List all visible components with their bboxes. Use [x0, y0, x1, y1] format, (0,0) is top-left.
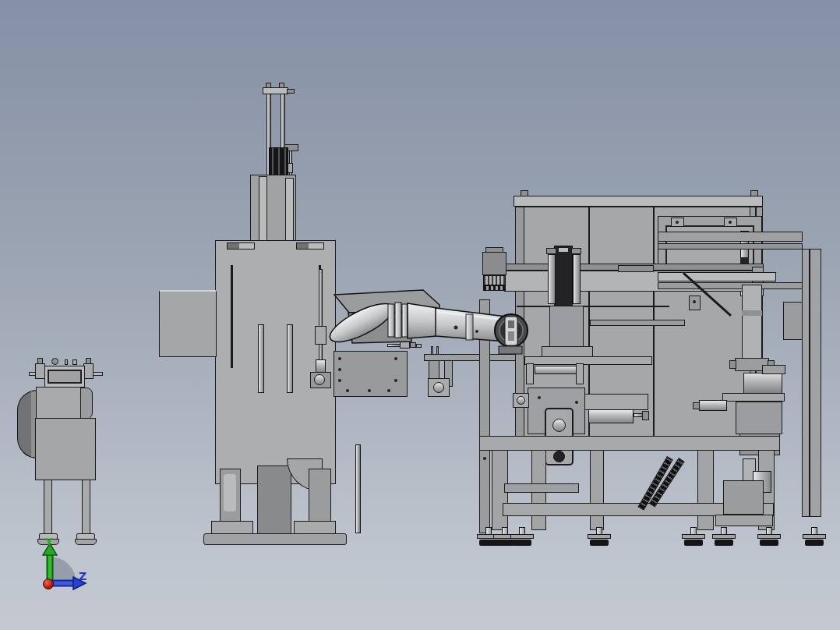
station-beam2 [658, 243, 803, 250]
lower-block [723, 480, 764, 515]
foot-disc [513, 540, 531, 546]
machine-foot [510, 527, 534, 547]
side-block-right [584, 394, 648, 410]
z-slide-block [549, 306, 584, 347]
clip-dot [676, 221, 679, 224]
machine-foot [682, 527, 705, 547]
foot-disc [715, 540, 733, 546]
table-dot [575, 401, 578, 404]
indexer-dial-gear [552, 419, 566, 432]
z-column-cap-mark [559, 248, 568, 252]
machine-foot [757, 527, 781, 547]
frame-mid-beam [479, 436, 780, 451]
foot-plate [588, 534, 611, 539]
z-column [554, 246, 573, 306]
under-rail-edge [517, 306, 669, 307]
station-linear-rail [658, 272, 776, 281]
frame-leg3 [590, 450, 604, 530]
forearm-band [466, 314, 473, 340]
work-rail [524, 356, 652, 365]
side-motor-tip [693, 402, 700, 409]
horizontal-cylinder [588, 409, 634, 423]
foot-disc [760, 540, 778, 546]
robot-elbow-ring1 [388, 304, 394, 337]
wrist-slot2 [508, 331, 514, 341]
work-cyl-bracket-left [526, 363, 534, 384]
turntable-drum [743, 373, 782, 394]
foot-plate [712, 534, 736, 539]
machine-foot [588, 527, 611, 547]
foot-disc [590, 540, 609, 546]
wrist-slot1 [508, 320, 514, 328]
cross-knob-left [729, 360, 736, 369]
frame-leg4 [697, 450, 714, 530]
cylinder-rod-cap [642, 411, 649, 420]
upright-bolt [483, 457, 486, 460]
sub-rail [590, 320, 685, 326]
triad-shadow-disc [50, 557, 76, 583]
bracket-hole [693, 300, 696, 303]
robot-elbow-ring3 [402, 304, 408, 337]
foot-disc [684, 540, 703, 546]
side-motor [699, 400, 727, 411]
guard-panel-line [809, 249, 810, 517]
cylinder-right [573, 254, 581, 304]
foot-disc [805, 540, 824, 546]
z-axis-label: Z [79, 570, 86, 582]
robot-arm [326, 282, 536, 360]
robot-wrist-flange [499, 346, 522, 354]
frame-pipe-band [740, 257, 749, 264]
cad-viewport[interactable]: Y Z [0, 0, 840, 630]
vertical-slide [742, 285, 762, 360]
work-cyl-bracket-right [576, 363, 584, 384]
machine-foot [712, 527, 736, 547]
y-axis-label: Y [44, 536, 53, 547]
gantry-carriage [618, 265, 654, 272]
robot-elbow-ring2 [395, 303, 401, 338]
foot-plate [803, 534, 826, 539]
machine-foot [803, 527, 826, 547]
station-beam1 [658, 232, 803, 242]
forearm-screw1 [454, 326, 458, 330]
work-cylinder [535, 366, 579, 374]
station-beam3 [658, 282, 803, 289]
foot-plate [757, 534, 781, 539]
robot-cone-link [408, 303, 437, 338]
guard-panel-bracket [783, 302, 803, 340]
cylinder-nut-left [546, 248, 556, 254]
frame-top-beam [514, 196, 763, 207]
forearm-screw2 [475, 330, 478, 333]
turntable-support [736, 402, 782, 434]
foot-plate [510, 534, 534, 539]
foot-plate [682, 534, 705, 539]
guard-panel [802, 249, 821, 517]
x-axis-origin-sphere [44, 579, 54, 589]
vertical-slide-band [742, 310, 762, 316]
orientation-triad: Y Z [23, 532, 101, 599]
table-dot [538, 396, 541, 399]
stepper-motor [482, 252, 506, 275]
frame-stub-beam [504, 483, 579, 493]
lower-plate [715, 515, 773, 526]
bearing-circle [517, 396, 525, 405]
clip-dot [729, 221, 732, 224]
cylinder-left [548, 254, 556, 304]
turntable-table [722, 393, 785, 402]
bracket-beam [762, 365, 785, 374]
cylinder-nut-right [571, 248, 581, 254]
indexer-dial-dark [553, 451, 565, 462]
